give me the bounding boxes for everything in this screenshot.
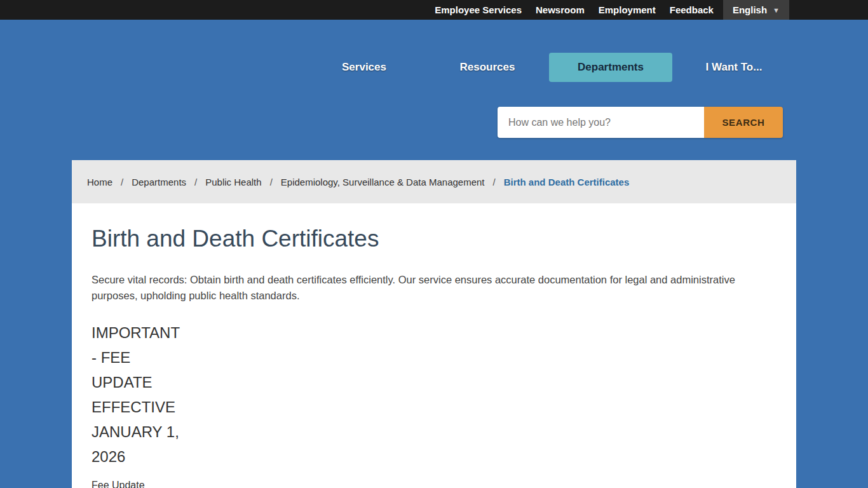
top-utility-bar: Employee ServicesNewsroomEmploymentFeedb… xyxy=(0,0,868,20)
breadcrumb-item-home[interactable]: Home xyxy=(87,177,112,187)
topbar-links: Employee ServicesNewsroomEmploymentFeedb… xyxy=(428,0,721,20)
nav-departments[interactable]: Departments xyxy=(549,53,672,82)
nav-resources[interactable]: Resources xyxy=(426,53,549,82)
intro-paragraph: Secure vital records: Obtain birth and d… xyxy=(92,272,756,304)
breadcrumb: Home/Departments/Public Health/Epidemiol… xyxy=(72,160,796,203)
main-panel: Birth and Death Certificates Secure vita… xyxy=(72,203,796,488)
breadcrumb-item-departments[interactable]: Departments xyxy=(132,177,186,187)
search-input[interactable] xyxy=(498,107,704,138)
nav-services[interactable]: Services xyxy=(302,53,426,82)
breadcrumb-separator: / xyxy=(121,177,123,187)
breadcrumb-separator: / xyxy=(493,177,496,187)
topbar-link-employee-services[interactable]: Employee Services xyxy=(428,0,529,20)
site-header: ServicesResourcesDepartmentsI Want To...… xyxy=(0,20,868,160)
page-title: Birth and Death Certificates xyxy=(92,225,776,253)
fee-update-subheading: Fee Update xyxy=(92,480,776,488)
topbar-link-feedback[interactable]: Feedback xyxy=(663,0,721,20)
breadcrumb-separator: / xyxy=(194,177,197,187)
nav-i-want-to[interactable]: I Want To... xyxy=(672,53,796,82)
topbar-link-employment[interactable]: Employment xyxy=(592,0,663,20)
breadcrumb-item-epidemiology-surveillance-data-management[interactable]: Epidemiology, Surveillance & Data Manage… xyxy=(281,177,485,187)
chevron-down-icon: ▼ xyxy=(773,6,780,14)
breadcrumb-item-public-health[interactable]: Public Health xyxy=(205,177,261,187)
language-label: English xyxy=(733,4,767,15)
page: Employee ServicesNewsroomEmploymentFeedb… xyxy=(0,0,868,488)
main-nav: ServicesResourcesDepartmentsI Want To... xyxy=(302,53,796,82)
content-column: Home/Departments/Public Health/Epidemiol… xyxy=(72,160,796,488)
breadcrumb-item-birth-and-death-certificates: Birth and Death Certificates xyxy=(504,177,630,187)
language-selector[interactable]: English ▼ xyxy=(723,0,789,20)
site-search: SEARCH xyxy=(498,107,783,138)
search-button[interactable]: SEARCH xyxy=(704,107,783,138)
fee-update-notice-heading: IMPORTANT - FEE UPDATE EFFECTIVE JANUARY… xyxy=(92,320,200,469)
breadcrumb-separator: / xyxy=(270,177,273,187)
topbar-link-newsroom[interactable]: Newsroom xyxy=(529,0,592,20)
